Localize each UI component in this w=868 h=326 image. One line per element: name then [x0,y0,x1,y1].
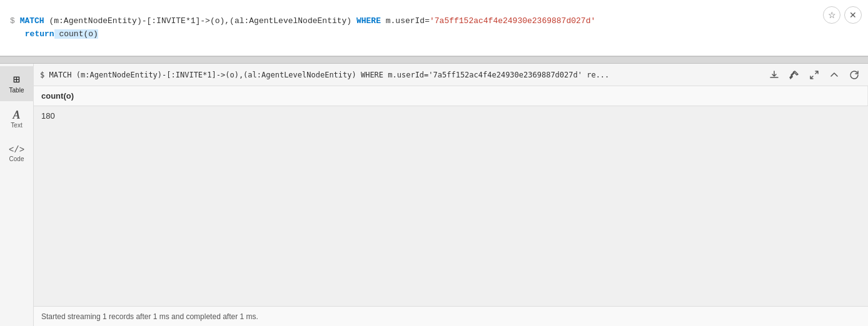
star-button[interactable]: ☆ [823,6,840,24]
table-header-row: count(o) [34,86,868,106]
match-keyword: MATCH [20,16,44,26]
sidebar-item-table[interactable]: ⊞ Table [0,66,34,101]
table-icon: ⊞ [13,74,20,86]
query-field: m.userId= [386,16,430,26]
query-editor: ☆ ✕ $ MATCH (m:AgentNodeEntity)-[:INVITE… [0,0,868,56]
status-text: Started streaming 1 records after 1 ms a… [41,312,258,321]
query-line-1: $ MATCH (m:AgentNodeEntity)-[:INVITE*1]-… [10,15,837,28]
table-row: 180 [34,106,868,126]
results-table: count(o) 180 [34,86,868,126]
query-string-value: '7a5ff152ac4f4e24930e2369887d027d' [430,16,595,26]
column-header-count-o: count(o) [34,86,868,106]
close-button[interactable]: ✕ [844,6,862,24]
sidebar-item-code[interactable]: </> Code [0,136,34,171]
query-line-2: return count(o) [10,28,837,41]
sidebar: ⊞ Table A Text </> Code [0,64,34,326]
sidebar-label-table: Table [9,87,24,94]
return-keyword: return [25,29,54,39]
results-toolbar: $ MATCH (m:AgentNodeEntity)-[:INVITE*1]-… [34,64,868,86]
text-icon: A [13,109,20,121]
refresh-button[interactable] [847,67,862,82]
table-cell: 180 [34,106,868,126]
query-body-1: (m:AgentNodeEntity)-[:INVITE*1]->(o),(al… [49,16,356,26]
sidebar-label-text: Text [11,122,22,129]
status-bar: Started streaming 1 records after 1 ms a… [34,306,868,326]
sidebar-label-code: Code [9,156,24,162]
dollar-sign: $ [10,16,15,26]
pin-button[interactable] [787,67,802,82]
code-icon: </> [9,146,24,154]
expand-button[interactable] [807,67,822,82]
where-keyword: WHERE [356,16,381,26]
collapse-button[interactable] [827,67,842,82]
divider-bar [0,56,868,64]
query-body-2: count(o) [54,29,98,39]
download-button[interactable] [767,67,782,82]
sidebar-item-text[interactable]: A Text [0,101,34,136]
table-area: count(o) 180 [34,86,868,306]
results-main: $ MATCH (m:AgentNodeEntity)-[:INVITE*1]-… [34,64,868,326]
query-editor-actions: ☆ ✕ [823,6,862,24]
results-container: ⊞ Table A Text </> Code $ MATCH (m:Agent… [0,64,868,326]
query-summary: $ MATCH (m:AgentNodeEntity)-[:INVITE*1]-… [40,71,762,79]
